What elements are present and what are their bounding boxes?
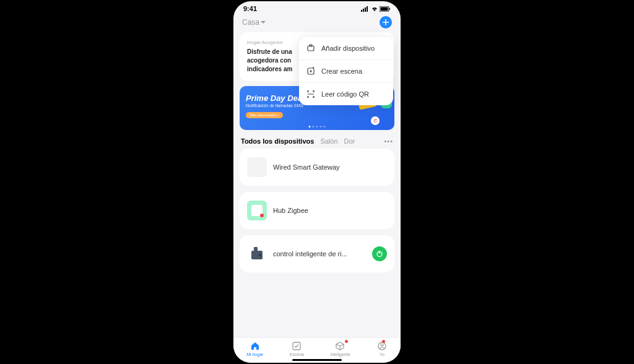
dropdown-create-scene[interactable]: Crear escena — [299, 60, 393, 83]
device-power-button[interactable] — [372, 246, 387, 261]
device-card[interactable]: Wired Smart Gateway — [240, 149, 394, 186]
dropdown-add-device[interactable]: Añadir dispositivo — [299, 37, 393, 60]
dropdown-label: Añadir dispositivo — [321, 45, 375, 52]
home-icon — [250, 340, 261, 352]
plus-icon — [383, 19, 389, 25]
device-gateway-icon — [247, 157, 267, 177]
checklist-icon — [291, 340, 302, 352]
tabbar-smart[interactable]: Inteligente — [330, 340, 350, 357]
device-icon — [306, 44, 315, 53]
add-button[interactable] — [380, 16, 392, 28]
tabbar-scene[interactable]: Escena — [290, 340, 304, 357]
wifi-icon — [371, 6, 378, 12]
tabbar-label: Inteligente — [330, 352, 350, 357]
device-name: Wired Smart Gateway — [273, 163, 387, 171]
phone-frame: 9:41 Casa Añadir dispositivo Crear escen… — [233, 1, 401, 363]
home-indicator[interactable] — [292, 359, 342, 361]
svg-point-18 — [381, 344, 383, 347]
dropdown-scan-qr[interactable]: Leer código QR — [299, 83, 393, 105]
tabbar-me[interactable]: Yo — [376, 340, 388, 357]
notification-badge — [345, 340, 348, 343]
svg-rect-1 — [363, 9, 364, 12]
cellular-icon — [361, 6, 370, 12]
dropdown-label: Crear escena — [321, 67, 362, 75]
svg-rect-2 — [365, 7, 366, 12]
device-card[interactable]: control inteligente de ri... — [240, 235, 394, 272]
chevron-down-icon — [261, 21, 266, 24]
tab-all-devices[interactable]: Todos los dispositivos — [241, 137, 314, 145]
qr-icon — [306, 90, 315, 98]
device-controller-icon — [247, 244, 267, 264]
home-label: Casa — [242, 18, 259, 27]
notification-badge — [382, 340, 385, 343]
status-bar: 9:41 — [233, 1, 401, 14]
svg-point-13 — [259, 254, 261, 256]
tabbar-label: Yo — [380, 352, 384, 357]
tab-room-dor[interactable]: Dor — [344, 137, 355, 145]
device-name: control inteligente de ri... — [273, 250, 366, 258]
svg-rect-16 — [293, 342, 300, 350]
power-icon — [376, 250, 383, 258]
status-time: 9:41 — [243, 5, 257, 12]
status-indicators — [361, 6, 391, 12]
svg-rect-5 — [381, 7, 388, 11]
add-dropdown: Añadir dispositivo Crear escena Leer cód… — [299, 37, 393, 105]
dropdown-label: Leer código QR — [321, 90, 369, 98]
device-hub-icon — [247, 201, 267, 220]
battery-icon — [380, 6, 391, 12]
tab-more-button[interactable]: ••• — [384, 137, 393, 145]
device-name: Hub Zigbee — [273, 207, 387, 214]
carousel-dots — [309, 126, 326, 128]
svg-rect-0 — [361, 10, 362, 12]
tab-room-salon[interactable]: Salón — [320, 137, 337, 145]
room-tabs: Todos los dispositivos Salón Dor ••• — [240, 136, 394, 149]
tabbar-home[interactable]: Mi hogar — [246, 340, 263, 357]
tabbar-label: Mi hogar — [246, 352, 263, 357]
svg-rect-12 — [254, 247, 258, 252]
home-selector[interactable]: Casa — [242, 18, 266, 27]
svg-rect-3 — [367, 6, 368, 12]
device-card[interactable]: Hub Zigbee — [240, 192, 394, 229]
cube-icon — [334, 340, 345, 352]
promo-cta-button[interactable]: Más información › — [246, 112, 283, 118]
scene-icon — [306, 67, 315, 76]
tabbar-label: Escena — [290, 352, 304, 357]
header-row: Casa — [233, 14, 401, 32]
svg-rect-6 — [389, 8, 391, 10]
